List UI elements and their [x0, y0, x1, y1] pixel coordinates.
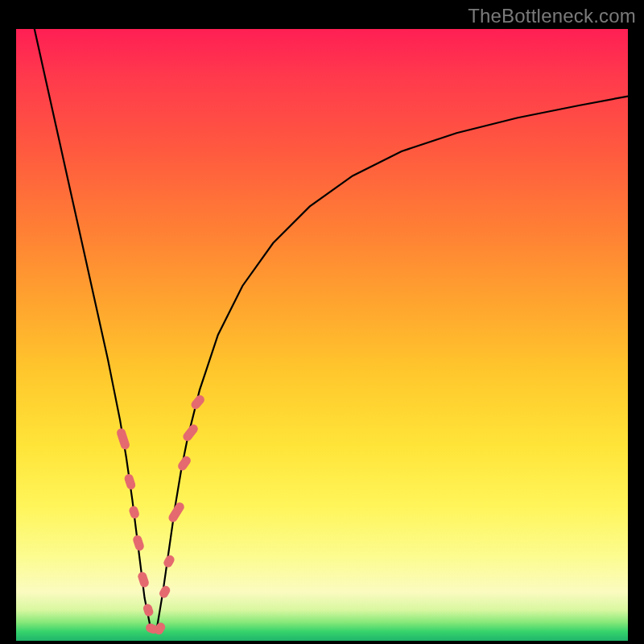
- chart-marker: [176, 454, 192, 472]
- chart-marker: [153, 621, 167, 636]
- bottleneck-curve: [35, 29, 628, 629]
- chart-svg: [16, 29, 628, 641]
- chart-marker: [132, 535, 145, 552]
- chart-marker: [181, 423, 200, 443]
- chart-plot-area: [16, 29, 628, 641]
- chart-frame: [16, 29, 628, 641]
- chart-marker: [116, 427, 131, 451]
- chart-marker: [123, 473, 136, 491]
- chart-marker: [162, 554, 175, 569]
- chart-marker: [128, 505, 140, 519]
- chart-marker: [167, 501, 186, 524]
- chart-marker: [137, 571, 150, 588]
- watermark-text: TheBottleneck.com: [468, 5, 636, 27]
- chart-marker: [189, 394, 206, 411]
- chart-marker: [142, 603, 155, 617]
- chart-marker: [158, 584, 171, 600]
